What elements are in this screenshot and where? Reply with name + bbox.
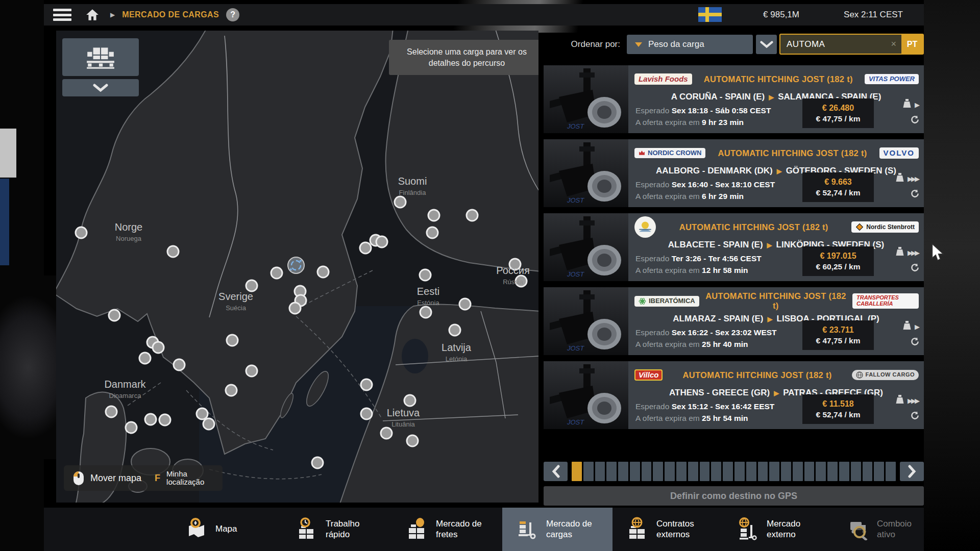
clear-search-icon[interactable]: × — [886, 39, 901, 49]
page-tick-11[interactable] — [688, 462, 698, 481]
city-marker[interactable] — [407, 435, 418, 446]
search-field[interactable]: AUTOMA × PT — [779, 34, 924, 55]
page-tick-25[interactable] — [851, 462, 861, 481]
city-marker[interactable] — [420, 269, 431, 281]
weight-icon — [895, 172, 904, 185]
city-marker[interactable] — [449, 324, 460, 336]
help-icon[interactable]: ? — [226, 8, 239, 21]
cargo-offer-card[interactable]: JOST Villco AUTOMATIC HITCHING JOST (182… — [544, 361, 924, 429]
page-tick-6[interactable] — [630, 462, 640, 481]
cargo-price: € 9.663 — [824, 178, 851, 187]
page-tick-9[interactable] — [665, 462, 675, 481]
city-marker[interactable] — [226, 385, 237, 396]
nav-item-cargo-market[interactable]: Mercado de cargas — [502, 508, 612, 551]
city-marker[interactable] — [427, 227, 438, 238]
recipient-company-logo: FALLOW CARGO — [852, 370, 919, 380]
next-page-button[interactable] — [900, 462, 924, 481]
page-tick-24[interactable] — [839, 462, 849, 481]
page-tick-19[interactable] — [781, 462, 791, 481]
nav-item-freight-market[interactable]: Mercado de fretes — [392, 508, 502, 551]
page-tick-10[interactable] — [676, 462, 687, 481]
page-tick-3[interactable] — [595, 462, 605, 481]
city-marker[interactable] — [467, 210, 478, 221]
city-marker[interactable] — [246, 280, 257, 291]
city-marker[interactable] — [106, 406, 117, 417]
page-tick-28[interactable] — [886, 462, 896, 481]
city-marker[interactable] — [145, 414, 156, 425]
cargo-offer-card[interactable]: JOST AUTOMATIC HITCHING JOST (182 t) Nor… — [544, 213, 924, 281]
nav-item-map[interactable]: Mapa — [172, 508, 282, 551]
city-marker[interactable] — [395, 196, 406, 208]
svg-text:Estónia: Estónia — [417, 299, 439, 307]
cargo-offer-card[interactable]: JOST Lavish Foods AUTOMATIC HITCHING JOS… — [544, 65, 924, 133]
language-button[interactable]: PT — [901, 35, 923, 54]
city-marker[interactable] — [312, 457, 323, 468]
page-tick-15[interactable] — [734, 462, 745, 481]
city-marker[interactable] — [167, 246, 179, 257]
search-input[interactable]: AUTOMA — [780, 39, 886, 49]
sort-direction-button[interactable] — [756, 35, 777, 54]
page-tick-12[interactable] — [700, 462, 710, 481]
trailer-type-expand-button[interactable] — [62, 79, 139, 96]
city-marker[interactable] — [227, 335, 238, 346]
my-location-hint[interactable]: Minha localização — [166, 470, 213, 487]
city-marker[interactable] — [361, 408, 372, 419]
cargo-offer-card[interactable]: JOST NORDIC CROWN AUTOMATIC HITCHING JOS… — [544, 139, 924, 207]
nav-item-quick-job[interactable]: Trabalho rápido — [282, 508, 392, 551]
cargo-rate-per-km: € 47,75 / km — [816, 336, 860, 345]
city-marker[interactable] — [139, 353, 151, 364]
city-marker[interactable] — [428, 210, 439, 221]
page-tick-5[interactable] — [618, 462, 628, 481]
page-tick-2[interactable] — [583, 462, 594, 481]
city-marker[interactable] — [246, 365, 257, 377]
city-marker[interactable] — [203, 418, 214, 430]
route-from: AALBORG - DENMARK (DK) — [656, 166, 773, 176]
city-marker[interactable] — [271, 267, 282, 279]
menu-icon[interactable] — [53, 9, 71, 21]
page-tick-27[interactable] — [874, 462, 884, 481]
home-icon[interactable] — [86, 9, 99, 21]
cargo-title: AUTOMATIC HITCHING JOST (182 t) — [656, 222, 851, 232]
city-marker[interactable] — [76, 227, 87, 238]
prev-page-button[interactable] — [544, 462, 568, 481]
city-marker[interactable] — [197, 408, 208, 419]
cargo-offer-card[interactable]: JOST IBERATÓMICA AUTOMATIC HITCHING JOST… — [544, 287, 924, 355]
page-tick-7[interactable] — [642, 462, 652, 481]
svg-text:Dinamarca: Dinamarca — [109, 392, 142, 399]
city-marker[interactable] — [174, 359, 185, 370]
city-marker[interactable] — [361, 379, 372, 390]
page-tick-8[interactable] — [653, 462, 663, 481]
city-marker[interactable] — [376, 236, 387, 247]
city-marker[interactable] — [404, 395, 415, 406]
city-marker[interactable] — [381, 428, 392, 439]
city-marker[interactable] — [317, 266, 329, 278]
page-tick-20[interactable] — [793, 462, 803, 481]
page-tick-13[interactable] — [711, 462, 721, 481]
trailer-type-button[interactable] — [62, 38, 139, 76]
page-tick-16[interactable] — [746, 462, 756, 481]
city-marker[interactable] — [420, 307, 431, 318]
city-marker[interactable] — [289, 303, 301, 314]
nav-item-external-market[interactable]: Mercado externo — [723, 508, 833, 551]
city-marker[interactable] — [360, 242, 371, 254]
game-screen: { "top_bar": { "breadcrumb": "MERCADO DE… — [0, 0, 980, 551]
city-marker[interactable] — [159, 414, 170, 425]
page-tick-14[interactable] — [723, 462, 733, 481]
city-marker[interactable] — [126, 422, 137, 433]
page-tick-17[interactable] — [758, 462, 768, 481]
city-marker[interactable] — [459, 298, 471, 310]
sort-dropdown[interactable]: Peso da carga — [627, 35, 753, 54]
nav-item-external-contracts[interactable]: Contratos externos — [612, 508, 723, 551]
city-marker[interactable] — [153, 342, 164, 353]
page-tick-4[interactable] — [606, 462, 617, 481]
set-gps-destination-button[interactable]: Definir como destino no GPS — [544, 486, 924, 506]
page-tick-26[interactable] — [863, 462, 873, 481]
city-marker[interactable] — [109, 310, 120, 321]
map-panel[interactable]: NorgeNoruegaSverigeSuéciaSuomiFinlândiaE… — [56, 31, 538, 503]
map-hints-bar: Mover mapa F Minha localização — [64, 465, 223, 491]
page-tick-23[interactable] — [827, 462, 838, 481]
page-tick-21[interactable] — [804, 462, 815, 481]
page-tick-18[interactable] — [769, 462, 779, 481]
page-tick-1[interactable] — [572, 462, 582, 481]
page-tick-22[interactable] — [816, 462, 826, 481]
